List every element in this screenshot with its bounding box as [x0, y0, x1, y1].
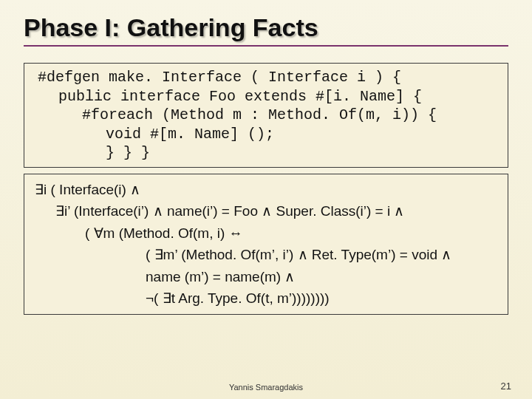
code-line: public interface Foo extends #[i. Name] …: [35, 87, 497, 106]
logic-line: ( ∃m’ (Method. Of(m’, i’) ∧ Ret. Type(m’…: [35, 244, 497, 265]
logic-line: name (m’) = name(m) ∧: [35, 266, 497, 287]
footer-author: Yannis Smaragdakis: [0, 383, 532, 392]
code-line: #defgen make. Interface ( Interface i ) …: [35, 68, 497, 87]
logic-line: ¬( ∃t Arg. Type. Of(t, m’)))))))): [35, 287, 497, 309]
code-box: #defgen make. Interface ( Interface i ) …: [24, 63, 508, 168]
page-number: 21: [501, 381, 511, 392]
logic-box: ∃i ( Interface(i) ∧ ∃i’ (Interface(i’) ∧…: [24, 174, 508, 315]
logic-line: ∃i ( Interface(i) ∧: [35, 179, 497, 200]
code-line: void #[m. Name] ();: [35, 125, 497, 144]
slide-title: Phase I: Gathering Facts: [24, 13, 508, 47]
code-line: } } }: [35, 143, 497, 163]
logic-line: ( ∀m (Method. Of(m, i) ↔: [35, 222, 497, 244]
logic-line: ∃i’ (Interface(i’) ∧ name(i’) = Foo ∧ Su…: [35, 200, 497, 222]
code-line: #foreach (Method m : Method. Of(m, i)) {: [35, 106, 497, 125]
